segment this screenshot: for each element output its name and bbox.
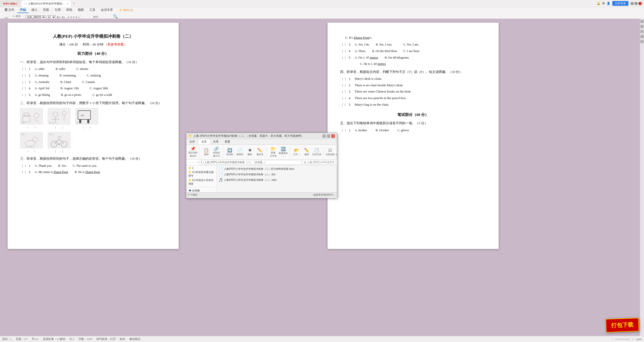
table-row: （ ） 2. A. My name is Zhang Peng. B. He i… [20, 169, 166, 175]
image-placeholder-2: 图片2 [48, 108, 70, 124]
part3-header: 三、听录音，根据你所听到的句子，选择正确的应答语。每个句子读两遍。（10 分） [20, 156, 166, 161]
tab-close-icon[interactable]: ✕ [67, 2, 69, 5]
table-row: （ ） 4. There are two pencils in the penc… [340, 95, 486, 101]
ribbon-tab-review[interactable]: 审阅 [64, 7, 75, 13]
right-toolbar-btn3[interactable]: ≡ [640, 30, 644, 33]
fe-history-button[interactable]: 🕐历史记录 [312, 148, 321, 156]
user-icon[interactable]: 👤 [607, 2, 610, 5]
table-row: （ ） 4. A. April 3rd B. August 13th C. Au… [20, 85, 166, 91]
status-zoom-slider[interactable] [615, 339, 630, 340]
fe-copy-button[interactable]: 📋复制 [202, 148, 211, 156]
fe-newfolder-button[interactable]: 📁新建文件夹 [269, 146, 278, 158]
fe-tab-home[interactable]: 主页 [198, 139, 210, 144]
fe-tab-view[interactable]: 查看 [222, 139, 233, 144]
tab-add-button[interactable]: + [71, 1, 77, 6]
status-section: 页面：1/7 [16, 337, 28, 341]
fe-title-text: 人教 (PEP)小学毕业升学模拟冲刺卷（二）（含答案、答题卡、听力音频、听力书面… [193, 134, 321, 138]
status-zoom-in-button[interactable]: + [632, 338, 634, 341]
file-explorer-window: 📁 人教 (PEP)小学毕业升学模拟冲刺卷（二）（含答案、答题卡、听力音频、听力… [186, 133, 337, 198]
fe-minimize-button[interactable]: — [322, 134, 326, 138]
line-spacing-button[interactable]: ↕ [78, 16, 80, 19]
list-item[interactable]: 📄 人教(PEP)小学毕业升学模拟冲刺卷（二）.doc [218, 172, 336, 177]
settings-icon[interactable]: ⚙ [602, 2, 605, 5]
svg-text:图片5: 图片5 [49, 134, 54, 136]
minimize-icon[interactable]: 🔔 [597, 2, 600, 5]
win-minimize-button[interactable]: — [630, 2, 634, 5]
fe-tool-group-pin: 📌 固定到快速访问 [188, 146, 200, 158]
ribbon-tab-tools[interactable]: 工具 [87, 7, 98, 13]
fe-close-button[interactable]: ✕ [331, 134, 335, 138]
fe-tool-group-open: 📂打开 ↓ ✏️编辑 🕐历史记录 [292, 148, 324, 156]
images-row1: 图片1 （ ） [20, 108, 166, 130]
fe-nav-item-3[interactable]: 📁 6小学英语小升初专项复 [187, 178, 215, 186]
status-bar: 页码：1 页面：1/7 节:1/1 设置距离：2.5厘米 行:1 字数：1237… [0, 336, 644, 342]
fe-up-button[interactable]: ↑ [195, 161, 196, 164]
right-toolbar-btn1[interactable]: ▲ [640, 20, 644, 23]
fe-deselectall-button[interactable]: ☐全部取消 [336, 148, 337, 156]
right-toolbar-btn2[interactable]: A [640, 25, 644, 28]
fe-tab-share[interactable]: 共享 [210, 139, 222, 144]
fe-maximize-button[interactable]: □ [327, 134, 330, 138]
fe-newitem-button[interactable]: 🆕新建项目 ↓ [279, 147, 288, 157]
ribbon-tab-insert[interactable]: 插入 [29, 7, 40, 13]
fe-breadcrumb[interactable]: 1 › 人教 (PEP)小学毕业升学模拟冲刺卷（二）（含答案...） [200, 160, 302, 165]
top-bar: WPS Office 📄 人教(PEP)小学毕业升学模拟冲... ✕ + 🔔 ⚙… [0, 0, 644, 7]
part5-header: 五、选出下列每组单词中画线部分读音不同的一项。（5 分） [340, 120, 486, 126]
fe-nav-item-1[interactable]: 📁 1 [187, 166, 215, 170]
win-maximize-button[interactable]: □ [634, 2, 638, 5]
right-toolbar-btn4[interactable]: ◎ [640, 35, 644, 38]
download-badge[interactable]: 打包下载 [606, 318, 639, 333]
svg-point-36 [58, 143, 60, 145]
ribbon-tab-wpsai[interactable]: ⚡ WPS AI [116, 8, 135, 13]
fe-edit-button[interactable]: ✏️编辑 [302, 148, 311, 156]
part1-questions: （ ） 1. A. older B. taller C. shorter （ ）… [20, 66, 166, 98]
top-right: 🔔 ⚙ 👤 立即登录 — □ ✕ [597, 1, 644, 6]
fe-tool-group-new: 📁新建文件夹 🆕新建项目 ↓ [269, 146, 290, 158]
status-spell: 拼写检查：打开 [96, 337, 116, 341]
ribbon-tab-ref[interactable]: 引用 [52, 7, 63, 13]
fe-toolbar: 📌 固定到快速访问 📋复制 🔗粘贴快捷方式 ➡️移动到 📄复制到 ✖删除 ✏️重… [186, 145, 337, 160]
fe-tab-file[interactable]: 文件 [186, 139, 198, 144]
fe-delete-button[interactable]: ✖删除 [245, 148, 254, 156]
list-item[interactable]: 🎵 人教(PEP)小学毕业升学模拟冲刺卷（二）.mp3 [218, 177, 336, 183]
ribbon-tab-home[interactable]: 开始 [17, 7, 28, 13]
status-zoom-out-button[interactable]: − [611, 338, 613, 341]
fe-pin-button[interactable]: 📌 固定到快速访问 [188, 146, 197, 158]
fe-nav-item-pc[interactable]: 💻 此电脑 [187, 188, 215, 192]
fe-status-bar: 3 个项目 选择某些项目时可... [186, 192, 337, 197]
table-row: （ ） 4. A. Three. B. On the third floor. … [340, 48, 486, 54]
fe-win-buttons: — □ ✕ [322, 134, 335, 138]
fe-nav-item-2[interactable]: 📁 4小时初英语重点题型专 [187, 170, 215, 178]
align-right-button[interactable]: ≡ [73, 16, 74, 19]
fe-paste-shortcut-button[interactable]: 🔗粘贴快捷方式 [212, 146, 221, 158]
fe-selectall-button[interactable]: ☑全部选择 [326, 148, 335, 156]
right-toolbar-btn5[interactable]: ✏ [640, 40, 644, 43]
fe-back-button[interactable]: ← [188, 161, 190, 164]
fe-move-button[interactable]: ➡️移动到 [225, 148, 234, 156]
ribbon-tab-page[interactable]: 页面 [41, 7, 52, 13]
doc-tab[interactable]: 📄 人教(PEP)小学毕业升学模拟冲... ✕ [21, 0, 71, 7]
fe-search-input[interactable] [303, 160, 335, 165]
fe-rename-button[interactable]: ✏️重命名 [255, 148, 264, 156]
status-page: 页码：1 [2, 337, 12, 341]
fe-copyto-button[interactable]: 📄复制到 [235, 148, 244, 156]
table-row: （ ） 5. Mary's bag is on the chair. [340, 102, 486, 108]
right-content-line1: C. It's Zhang Peng's. [340, 35, 486, 40]
fe-forward-button[interactable]: → [191, 161, 194, 164]
status-settings: 设置距离：2.5厘米 [43, 337, 66, 341]
fe-titlebar: 📁 人教 (PEP)小学毕业升学模拟冲刺卷（二）（含答案、答题卡、听力音频、听力… [186, 133, 337, 139]
part2-header: 二、听录音，根据你所听到的句子内容，用数字 1~5 给下列图片排序。每个句子读两… [20, 100, 166, 106]
list-item[interactable]: 📄 人教(PEP)小学毕业升学模拟冲刺卷（二）听力材料和答案.docx [218, 166, 336, 172]
ribbon-tab-member[interactable]: 会员专享 [98, 7, 115, 13]
align-left-button[interactable]: ≡ [68, 16, 69, 19]
fe-tool-group-organize: ➡️移动到 📄复制到 ✖删除 ✏️重命名 [225, 148, 267, 156]
ribbon-tab-view[interactable]: 视图 [75, 7, 86, 13]
win-close-button[interactable]: ✕ [638, 2, 642, 5]
ribbon-cut-button[interactable]: ✂ 剪切 [11, 14, 23, 18]
align-center-button[interactable]: ≡ [70, 16, 72, 19]
ribbon-tab-file[interactable]: ☰ 文件 [2, 7, 17, 13]
table-row: （ ） 1. Mary's desk is clean. [340, 76, 486, 82]
justify-button[interactable]: ≡ [76, 16, 77, 19]
fe-open-button[interactable]: 📂打开 ↓ [292, 148, 301, 156]
register-button[interactable]: 立即登录 [612, 1, 628, 6]
